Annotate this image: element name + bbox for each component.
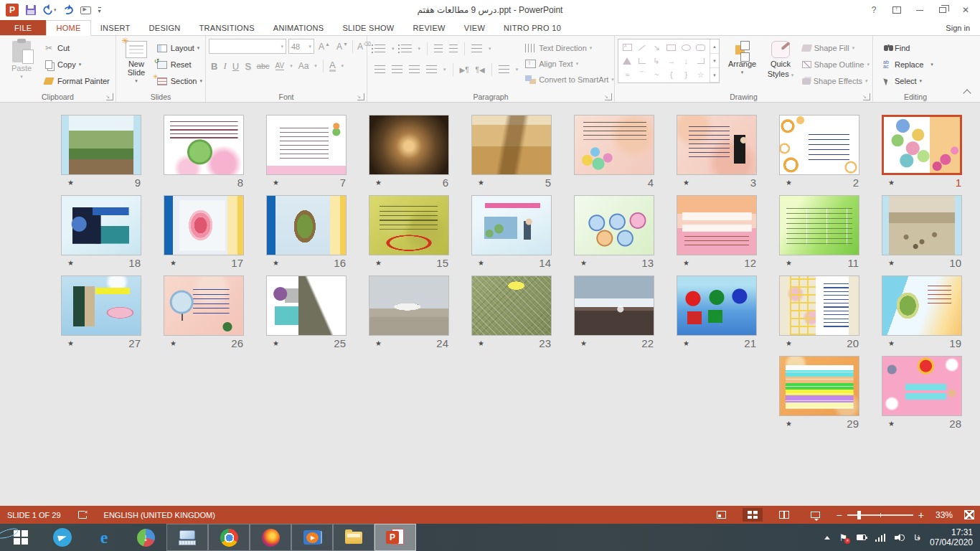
slide-thumbnail-27[interactable] xyxy=(61,276,141,336)
taskbar-firefox[interactable] xyxy=(250,524,291,551)
scribble-shape-icon[interactable]: ≈ xyxy=(625,71,629,78)
animation-star-icon[interactable]: ★ xyxy=(375,179,384,187)
layout-button[interactable]: Layout▾ xyxy=(156,41,202,55)
increase-indent-icon[interactable] xyxy=(449,44,458,53)
clipboard-dialog-launcher[interactable] xyxy=(106,93,113,100)
slide-thumbnail-5[interactable] xyxy=(471,115,552,175)
line-shape-icon[interactable] xyxy=(639,44,646,50)
taskbar-remote-keyboard[interactable] xyxy=(166,524,208,551)
customize-qat-icon[interactable]: ▾ xyxy=(98,7,101,14)
text-direction-button[interactable]: Text Direction▾ xyxy=(525,41,614,55)
replace-button[interactable]: abacReplace▾ xyxy=(880,57,933,72)
section-button[interactable]: Section▾ xyxy=(156,74,202,88)
taskbar-download-manager[interactable]: ↓ xyxy=(125,524,166,551)
animation-star-icon[interactable]: ★ xyxy=(786,259,794,267)
minimize-button[interactable] xyxy=(910,3,930,17)
change-case-button[interactable]: Aa xyxy=(298,61,309,71)
animation-star-icon[interactable]: ★ xyxy=(67,179,76,187)
clock[interactable]: 17:31 07/04/2020 xyxy=(930,527,973,547)
tab-view[interactable]: VIEW xyxy=(455,20,494,35)
arrow-shape-icon[interactable]: ↘ xyxy=(654,44,660,51)
shape-fill-button[interactable]: Shape Fill▾ xyxy=(802,41,870,55)
select-button[interactable]: Select▾ xyxy=(880,74,933,88)
align-left-icon[interactable] xyxy=(374,65,385,74)
animation-star-icon[interactable]: ★ xyxy=(478,339,486,347)
curve-shape-icon[interactable]: ~ xyxy=(654,71,659,78)
slide-thumbnail-11[interactable] xyxy=(779,195,859,255)
animation-star-icon[interactable]: ★ xyxy=(170,259,179,267)
quick-styles-button[interactable]: Quick Styles ▾ xyxy=(765,39,796,80)
gallery-scroll-up-icon[interactable]: ▲ xyxy=(710,39,719,54)
down-arrow-shape-icon[interactable]: ↓ xyxy=(684,57,688,65)
tab-design[interactable]: DESIGN xyxy=(140,20,190,35)
taskbar-media-player[interactable] xyxy=(291,524,333,551)
taskbar-telegram[interactable] xyxy=(42,524,83,551)
sign-in-link[interactable]: Sign in xyxy=(946,20,980,35)
slide-thumbnail-24[interactable] xyxy=(369,276,449,336)
shape-effects-button[interactable]: Shape Effects▾ xyxy=(802,74,870,88)
shrink-font-button[interactable]: A▼ xyxy=(334,42,350,52)
animation-star-icon[interactable]: ★ xyxy=(478,179,486,187)
ribbon-display-button[interactable] xyxy=(887,3,907,17)
slide-thumbnail-20[interactable] xyxy=(779,276,859,336)
slide-thumbnail-16[interactable] xyxy=(266,195,347,255)
slide-thumbnail-3[interactable] xyxy=(677,115,757,175)
zoom-out-button[interactable]: − xyxy=(837,512,842,519)
tab-slideshow[interactable]: SLIDE SHOW xyxy=(333,20,403,35)
elbow-arrow-icon[interactable]: ↳ xyxy=(654,57,660,65)
slide-thumbnail-15[interactable] xyxy=(369,195,449,255)
taskbar-file-explorer[interactable] xyxy=(333,524,374,551)
numbering-icon[interactable] xyxy=(401,44,412,53)
reset-button[interactable]: Reset xyxy=(156,57,202,72)
volume-icon[interactable] xyxy=(895,534,905,542)
animation-star-icon[interactable]: ★ xyxy=(683,259,692,267)
fit-to-window-icon[interactable] xyxy=(964,510,974,519)
slide-thumbnail-1[interactable] xyxy=(882,115,962,175)
align-right-icon[interactable] xyxy=(409,65,420,74)
taskbar-chrome[interactable] xyxy=(208,524,250,551)
tab-review[interactable]: REVIEW xyxy=(404,20,455,35)
slide-thumbnail-18[interactable] xyxy=(61,195,141,255)
left-brace-shape-icon[interactable]: { xyxy=(670,71,673,78)
zoom-percent-label[interactable]: 33% xyxy=(936,510,953,520)
character-spacing-button[interactable]: AV xyxy=(275,62,285,70)
columns-icon[interactable] xyxy=(499,65,509,74)
animation-star-icon[interactable]: ★ xyxy=(888,259,897,267)
slideshow-view-button[interactable] xyxy=(806,509,825,521)
animation-star-icon[interactable]: ★ xyxy=(375,259,384,267)
slide-sorter-view-button[interactable] xyxy=(743,508,763,522)
font-color-button[interactable]: A xyxy=(329,60,336,72)
help-button[interactable]: ? xyxy=(864,3,884,17)
shape-outline-button[interactable]: Shape Outline▾ xyxy=(802,57,870,72)
animation-star-icon[interactable]: ★ xyxy=(888,420,897,428)
slide-thumbnail-8[interactable] xyxy=(164,115,244,175)
gallery-scroll-down-icon[interactable]: ▼ xyxy=(710,54,719,68)
animation-star-icon[interactable]: ★ xyxy=(170,339,179,347)
tab-nitro-pro[interactable]: NITRO PRO 10 xyxy=(494,20,570,35)
slide-thumbnail-4[interactable] xyxy=(574,115,654,175)
language-label[interactable]: ENGLISH (UNITED KINGDOM) xyxy=(104,511,215,519)
font-name-combo[interactable]: ▾ xyxy=(209,39,286,54)
text-shadow-button[interactable]: S xyxy=(245,61,251,72)
reading-view-button[interactable] xyxy=(774,508,794,522)
textbox-shape-icon[interactable]: A xyxy=(623,44,632,51)
slide-thumbnail-7[interactable] xyxy=(266,115,347,175)
animation-star-icon[interactable]: ★ xyxy=(375,339,384,347)
tab-transitions[interactable]: TRANSITIONS xyxy=(190,20,264,35)
animation-star-icon[interactable]: ★ xyxy=(273,179,281,187)
elbow-connector-icon[interactable] xyxy=(639,58,646,64)
network-signal-icon[interactable] xyxy=(875,534,885,542)
slide-thumbnail-17[interactable] xyxy=(164,195,244,255)
animation-star-icon[interactable]: ★ xyxy=(67,259,76,267)
slide-thumbnail-12[interactable] xyxy=(677,195,757,255)
line-spacing-icon[interactable] xyxy=(471,44,482,53)
input-language-indicator[interactable]: فا xyxy=(914,533,920,542)
animation-star-icon[interactable]: ★ xyxy=(273,259,281,267)
close-button[interactable]: ✕ xyxy=(956,3,976,17)
strikethrough-button[interactable]: abc xyxy=(257,62,270,70)
animation-star-icon[interactable]: ★ xyxy=(580,259,589,267)
paste-button[interactable]: Paste ▾ xyxy=(3,39,40,80)
justify-icon[interactable] xyxy=(426,65,437,74)
tab-file[interactable]: FILE xyxy=(0,20,46,35)
slide-thumbnail-29[interactable] xyxy=(779,356,859,416)
